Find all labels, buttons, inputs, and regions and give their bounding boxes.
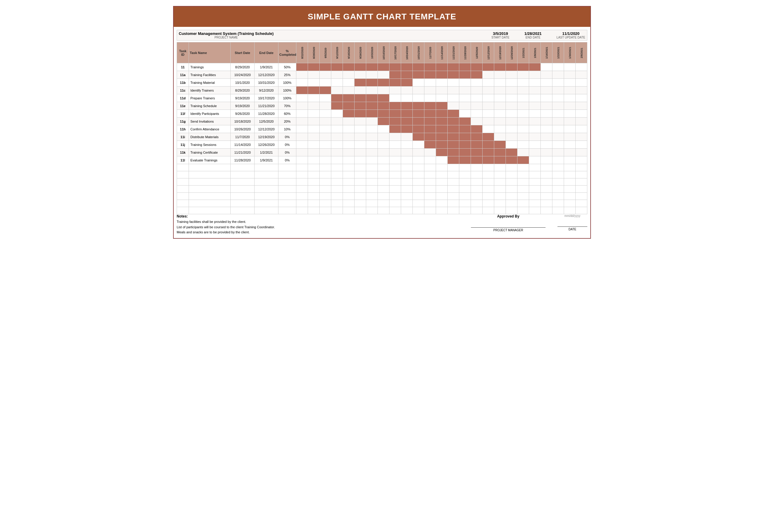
bar-cell (494, 63, 506, 71)
empty-cell (343, 207, 354, 214)
empty-cell (189, 193, 231, 200)
bar-cell (459, 149, 471, 156)
empty-cell (378, 207, 389, 214)
task-pct-cell: 100% (279, 87, 296, 94)
bar-cell (354, 141, 366, 149)
bar-cell (320, 156, 331, 164)
empty-cell (517, 178, 529, 186)
bar-cell (343, 125, 354, 133)
bar-cell (296, 87, 308, 94)
empty-cell (366, 164, 378, 171)
empty-cell (436, 207, 448, 214)
bar-cell (448, 156, 459, 164)
date-header-17: 12/19/2020 (494, 42, 506, 63)
empty-cell (378, 193, 389, 200)
bar-cell (506, 79, 517, 87)
empty-cell (448, 207, 459, 214)
empty-cell (389, 171, 401, 178)
bar-cell (436, 71, 448, 79)
empty-cell (564, 200, 576, 207)
bar-cell (576, 117, 587, 125)
date-header-14: 11/28/2020 (459, 42, 471, 63)
bar-cell (320, 87, 331, 94)
bar-cell (552, 133, 564, 141)
empty-cell (354, 164, 366, 171)
bar-cell (494, 141, 506, 149)
empty-cell (378, 200, 389, 207)
empty-cell (448, 193, 459, 200)
bar-cell (471, 141, 482, 149)
date-header-6: 10/3/2020 (366, 42, 378, 63)
empty-cell (564, 171, 576, 178)
date-header-19: 1/2/2021 (517, 42, 529, 63)
bar-cell (401, 141, 413, 149)
bar-cell (378, 102, 389, 110)
empty-cell (308, 171, 320, 178)
task-pct-cell: 60% (279, 110, 296, 117)
bar-cell (448, 141, 459, 149)
bar-cell (354, 102, 366, 110)
bar-cell (366, 102, 378, 110)
bar-cell (517, 94, 529, 102)
bar-cell (436, 149, 448, 156)
empty-cell (354, 207, 366, 214)
bar-cell (471, 63, 482, 71)
bar-cell (564, 133, 576, 141)
page-title: SIMPLE GANTT CHART TEMPLATE (308, 12, 456, 21)
empty-cell (506, 171, 517, 178)
empty-cell (471, 200, 482, 207)
bar-cell (448, 125, 459, 133)
empty-cell (378, 171, 389, 178)
empty-cell (366, 178, 378, 186)
bar-cell (320, 63, 331, 71)
bar-cell (308, 87, 320, 94)
bar-cell (308, 79, 320, 87)
bar-cell (401, 117, 413, 125)
empty-cell (401, 200, 413, 207)
empty-cell (482, 186, 494, 193)
date-header-18: 12/26/2020 (506, 42, 517, 63)
bar-cell (320, 79, 331, 87)
bar-cell (471, 117, 482, 125)
bar-cell (448, 117, 459, 125)
date-header-15: 12/5/2020 (471, 42, 482, 63)
bar-cell (564, 125, 576, 133)
bar-cell (517, 79, 529, 87)
project-name-group: Customer Management System (Training Sch… (179, 31, 274, 39)
bar-cell (459, 125, 471, 133)
bar-cell (378, 71, 389, 79)
bar-cell (494, 102, 506, 110)
empty-cell (378, 186, 389, 193)
content-area: Customer Management System (Training Sch… (174, 27, 590, 238)
empty-cell (389, 178, 401, 186)
task-start-cell: 9/19/2020 (231, 102, 255, 110)
bar-cell (401, 94, 413, 102)
bar-cell (541, 71, 552, 79)
empty-cell (517, 207, 529, 214)
empty-cell (255, 164, 279, 171)
bar-cell (343, 141, 354, 149)
task-id-cell: 11l (177, 156, 189, 164)
bar-cell (320, 94, 331, 102)
bar-cell (401, 125, 413, 133)
col-header-pct: % Completed (279, 42, 296, 63)
bar-cell (331, 125, 343, 133)
empty-row (177, 171, 587, 178)
bar-cell (529, 102, 541, 110)
empty-cell (576, 207, 587, 214)
bar-cell (576, 141, 587, 149)
bar-cell (401, 133, 413, 141)
table-row: 11hConfirm Attendance10/26/202012/12/202… (177, 125, 587, 133)
bar-cell (436, 110, 448, 117)
date-header-13: 11/21/2020 (448, 42, 459, 63)
task-start-cell: 8/29/2020 (231, 63, 255, 71)
empty-cell (564, 207, 576, 214)
start-date-label: START DATE (491, 36, 509, 39)
empty-cell (231, 207, 255, 214)
bar-cell (552, 149, 564, 156)
bar-cell (506, 141, 517, 149)
bar-cell (576, 79, 587, 87)
bar-cell (296, 110, 308, 117)
empty-cell (331, 186, 343, 193)
bar-cell (517, 87, 529, 94)
